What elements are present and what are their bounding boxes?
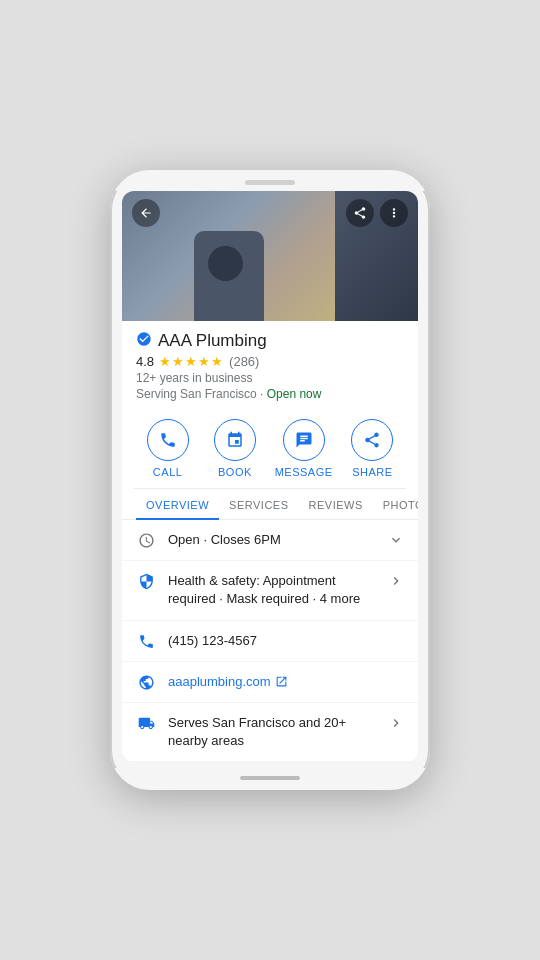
stars: ★★★★★: [159, 354, 224, 369]
hero-navigation: [122, 191, 418, 235]
separator: ·: [260, 387, 267, 401]
service-area-text: Serves San Francisco and 20+ nearby area…: [168, 714, 376, 750]
book-button[interactable]: BOOK: [207, 419, 262, 478]
business-name: AAA Plumbing: [158, 331, 267, 351]
speaker: [245, 180, 295, 185]
back-button[interactable]: [132, 199, 160, 227]
tab-overview[interactable]: OVERVIEW: [136, 489, 219, 519]
phone-number-icon: [136, 633, 156, 650]
tab-services[interactable]: SERVICES: [219, 489, 298, 519]
truck-icon: [136, 715, 156, 732]
call-icon-circle: [147, 419, 189, 461]
action-buttons: CALL BOOK: [134, 411, 406, 489]
website-row[interactable]: aaaplumbing.com: [122, 662, 418, 703]
website-text: aaaplumbing.com: [168, 673, 404, 691]
clock-icon: [136, 532, 156, 549]
health-safety-row[interactable]: Health & safety: Appointment required · …: [122, 561, 418, 620]
verified-icon: [136, 331, 152, 351]
hours-row[interactable]: Open · Closes 6PM: [122, 520, 418, 561]
business-name-row: AAA Plumbing: [136, 331, 404, 351]
review-count: (286): [229, 354, 259, 369]
phone-icon: [159, 431, 177, 449]
years-in-business: 12+ years in business: [136, 371, 404, 385]
message-icon-circle: [283, 419, 325, 461]
message-label: MESSAGE: [275, 466, 333, 478]
tab-photos[interactable]: PHOTOS: [373, 489, 418, 519]
book-icon-circle: [214, 419, 256, 461]
globe-icon: [136, 674, 156, 691]
phone-top-bar: [110, 170, 430, 191]
book-label: BOOK: [218, 466, 252, 478]
share-action-icon: [363, 431, 381, 449]
hero-btn-group: [346, 199, 408, 227]
hero-image: [122, 191, 418, 321]
hours-text: Open · Closes 6PM: [168, 531, 376, 549]
location-status-row: Serving San Francisco · Open now: [136, 387, 404, 401]
hours-expand-icon: [388, 531, 404, 548]
tabs-bar: OVERVIEW SERVICES REVIEWS PHOTOS: [122, 489, 418, 520]
call-label: CALL: [153, 466, 183, 478]
rating-row: 4.8 ★★★★★ (286): [136, 354, 404, 369]
share-icon: [353, 206, 367, 220]
content-area: AAA Plumbing 4.8 ★★★★★ (286) 12+ years i…: [122, 321, 418, 762]
phone-number-row[interactable]: (415) 123-4567: [122, 621, 418, 662]
share-label: SHARE: [352, 466, 392, 478]
more-icon: [387, 206, 401, 220]
serving-location: Serving San Francisco: [136, 387, 257, 401]
health-safety-text: Health & safety: Appointment required · …: [168, 572, 376, 608]
more-button[interactable]: [380, 199, 408, 227]
open-status: Open now: [267, 387, 322, 401]
phone-number-text: (415) 123-4567: [168, 632, 404, 650]
shield-icon: [136, 573, 156, 590]
service-area-chevron-icon: [388, 714, 404, 731]
health-chevron-icon: [388, 572, 404, 589]
share-button[interactable]: [346, 199, 374, 227]
message-icon: [295, 431, 313, 449]
calendar-icon: [226, 431, 244, 449]
call-button[interactable]: CALL: [140, 419, 195, 478]
verified-checkmark-icon: [136, 331, 152, 347]
external-link-icon: [275, 675, 288, 688]
info-list: Open · Closes 6PM Health & safety: A: [122, 520, 418, 762]
phone-frame: AAA Plumbing 4.8 ★★★★★ (286) 12+ years i…: [110, 170, 430, 790]
home-indicator: [240, 776, 300, 780]
back-icon: [139, 206, 153, 220]
phone-bottom-bar: [110, 768, 430, 790]
phone-screen: AAA Plumbing 4.8 ★★★★★ (286) 12+ years i…: [122, 191, 418, 762]
message-button[interactable]: MESSAGE: [275, 419, 333, 478]
share-action-button[interactable]: SHARE: [345, 419, 400, 478]
tab-reviews[interactable]: REVIEWS: [299, 489, 373, 519]
rating-number: 4.8: [136, 354, 154, 369]
service-area-row[interactable]: Serves San Francisco and 20+ nearby area…: [122, 703, 418, 762]
share-action-icon-circle: [351, 419, 393, 461]
